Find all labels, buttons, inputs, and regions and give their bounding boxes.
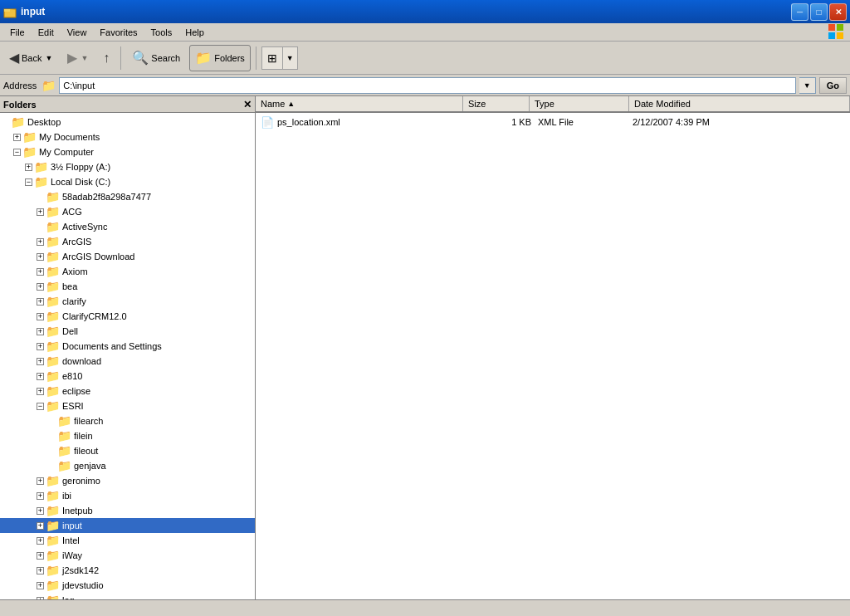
- expand-icon[interactable]: −: [25, 178, 32, 186]
- expand-icon[interactable]: +: [37, 373, 44, 380]
- expand-icon[interactable]: +: [37, 477, 44, 485]
- address-dropdown-button[interactable]: ▼: [799, 77, 816, 94]
- menu-favorites[interactable]: Favorites: [93, 26, 144, 39]
- file-list-header: Name ▲ Size Type Date Modified: [256, 96, 850, 113]
- tree-item-floppy[interactable]: +📁3½ Floppy (A:): [0, 159, 255, 174]
- tree-item-folder-iway[interactable]: +📁iWay: [0, 548, 255, 563]
- tree-item-folder-arcgis-dl[interactable]: +📁ArcGIS Download: [0, 249, 255, 264]
- up-button[interactable]: ↑: [97, 45, 115, 71]
- tree-item-folder-log[interactable]: +📁log: [0, 593, 255, 599]
- menu-view[interactable]: View: [61, 26, 94, 39]
- tree-item-local-disk-c[interactable]: −📁Local Disk (C:): [0, 174, 255, 189]
- column-header-name[interactable]: Name ▲: [256, 96, 463, 111]
- folder-icon: 📁: [46, 280, 60, 293]
- expand-icon[interactable]: +: [37, 253, 44, 261]
- expand-icon[interactable]: +: [37, 328, 44, 335]
- tree-item-folder-filein[interactable]: 📁filein: [0, 428, 255, 443]
- expand-icon[interactable]: +: [37, 597, 44, 600]
- expand-icon[interactable]: +: [37, 283, 44, 291]
- expand-icon[interactable]: −: [13, 149, 21, 156]
- tree-item-folder-input[interactable]: +📁input: [0, 518, 255, 533]
- expand-icon[interactable]: +: [37, 268, 44, 276]
- expand-icon[interactable]: +: [37, 522, 44, 530]
- tree-item-folder-geronimo[interactable]: +📁geronimo: [0, 473, 255, 488]
- tree-item-folder-docs[interactable]: +📁Documents and Settings: [0, 339, 255, 354]
- minimize-button[interactable]: ─: [791, 3, 808, 21]
- expand-icon[interactable]: +: [37, 507, 44, 515]
- close-button[interactable]: ✕: [829, 3, 847, 21]
- expand-icon[interactable]: +: [37, 552, 44, 560]
- menu-help[interactable]: Help: [178, 26, 211, 39]
- expand-icon[interactable]: +: [37, 208, 44, 216]
- expand-icon[interactable]: +: [37, 298, 44, 306]
- address-label: Address: [3, 81, 37, 90]
- table-row[interactable]: 📄 ps_location.xml 1 KB XML File 2/12/200…: [257, 115, 848, 130]
- tree-item-folder-eclipse[interactable]: +📁eclipse: [0, 384, 255, 398]
- tree-item-folder-clarify[interactable]: +📁clarify: [0, 294, 255, 309]
- expand-icon[interactable]: +: [37, 537, 44, 545]
- tree-item-label: ACG: [62, 207, 82, 217]
- tree-item-my-documents[interactable]: +📁My Documents: [0, 130, 255, 144]
- expand-icon[interactable]: +: [13, 134, 21, 141]
- tree-item-folder-axiom[interactable]: +📁Axiom: [0, 264, 255, 279]
- tree-item-folder-e810[interactable]: +📁e810: [0, 369, 255, 384]
- tree-item-folder-58adab[interactable]: 📁58adab2f8a298a7477: [0, 189, 255, 204]
- tree-item-folder-jdevstudio[interactable]: +📁jdevstudio: [0, 578, 255, 593]
- tree-item-folder-download[interactable]: +📁download: [0, 354, 255, 369]
- tree-item-folder-bea[interactable]: +📁bea: [0, 279, 255, 294]
- forward-button[interactable]: ▶ ▼: [61, 45, 94, 71]
- maximize-button[interactable]: □: [810, 3, 828, 21]
- search-icon: 🔍: [132, 50, 149, 66]
- toolbar: ◀ Back ▼ ▶ ▼ ↑ 🔍 Search 📁 Folders ⊞ ▼: [0, 42, 850, 75]
- expand-icon[interactable]: +: [37, 313, 44, 320]
- menu-file[interactable]: File: [3, 26, 32, 39]
- view-dropdown-button[interactable]: ▼: [282, 46, 298, 70]
- search-label: Search: [151, 53, 180, 63]
- tree-item-folder-genjava[interactable]: 📁genjava: [0, 458, 255, 473]
- column-header-type[interactable]: Type: [530, 96, 629, 111]
- tree-item-folder-esri[interactable]: −📁ESRI: [0, 398, 255, 413]
- address-input[interactable]: [59, 77, 795, 94]
- column-header-size[interactable]: Size: [463, 96, 530, 111]
- tree-item-folder-fileout[interactable]: 📁fileout: [0, 443, 255, 458]
- tree-item-folder-ibi[interactable]: +📁ibi: [0, 488, 255, 503]
- menu-tools[interactable]: Tools: [144, 26, 179, 39]
- tree-item-folder-filearch[interactable]: 📁filearch: [0, 413, 255, 428]
- tree-item-desktop[interactable]: 📁Desktop: [0, 115, 255, 130]
- expand-icon[interactable]: +: [37, 238, 44, 246]
- folders-button[interactable]: 📁 Folders: [189, 45, 251, 71]
- tree-item-folder-inetpub[interactable]: +📁Inetpub: [0, 503, 255, 518]
- folder-icon: 📁: [46, 579, 60, 592]
- expand-icon[interactable]: +: [37, 582, 44, 589]
- expand-icon[interactable]: +: [37, 358, 44, 365]
- view-main-button[interactable]: ⊞: [261, 46, 282, 70]
- expand-icon[interactable]: +: [37, 492, 44, 500]
- tree-item-folder-j2sdk[interactable]: +📁j2sdk142: [0, 563, 255, 578]
- title-bar-buttons: ─ □ ✕: [791, 3, 847, 21]
- menu-edit[interactable]: Edit: [32, 26, 61, 39]
- tree-item-folder-clarifycrm[interactable]: +📁ClarifyCRM12.0: [0, 309, 255, 324]
- expand-icon[interactable]: +: [37, 567, 44, 574]
- file-name: ps_location.xml: [277, 117, 476, 127]
- column-header-date[interactable]: Date Modified: [629, 96, 850, 111]
- tree-item-folder-acg[interactable]: +📁ACG: [0, 204, 255, 219]
- tree-item-folder-intel[interactable]: +📁Intel: [0, 533, 255, 548]
- search-button[interactable]: 🔍 Search: [126, 45, 186, 71]
- expand-icon[interactable]: +: [37, 388, 44, 395]
- expand-icon[interactable]: +: [37, 343, 44, 350]
- folder-icon: 📁: [46, 205, 60, 218]
- tree-item-label: geronimo: [62, 476, 100, 486]
- expand-icon[interactable]: +: [25, 164, 32, 171]
- tree-item-folder-dell[interactable]: +📁Dell: [0, 324, 255, 339]
- tree-item-folder-arcgis[interactable]: +📁ArcGIS: [0, 234, 255, 249]
- back-button[interactable]: ◀ Back ▼: [3, 45, 58, 71]
- go-button[interactable]: Go: [819, 77, 847, 94]
- tree-item-folder-activesync[interactable]: 📁ActiveSync: [0, 219, 255, 234]
- expand-icon[interactable]: −: [37, 403, 44, 410]
- address-chevron-icon: ▼: [804, 81, 811, 90]
- tree-item-my-computer[interactable]: −📁My Computer: [0, 144, 255, 159]
- folders-tree[interactable]: 📁Desktop+📁My Documents−📁My Computer+📁3½ …: [0, 113, 255, 599]
- folders-close-button[interactable]: ✕: [243, 100, 252, 110]
- folder-icon: 📁: [46, 549, 60, 562]
- tree-item-label: eclipse: [62, 386, 90, 396]
